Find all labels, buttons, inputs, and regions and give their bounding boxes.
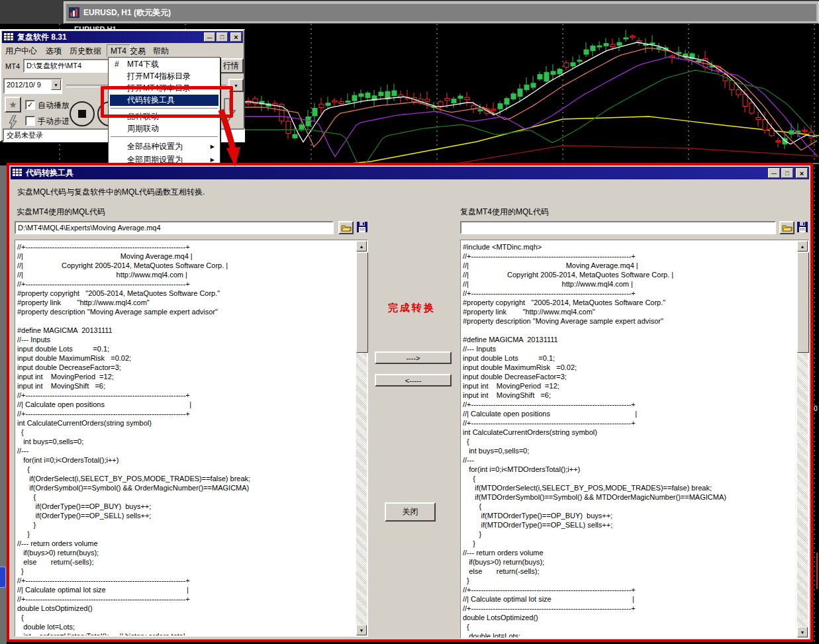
menu-user-center[interactable]: 用户中心: [5, 46, 37, 57]
replay-code-pane[interactable]: #include <MTDinc.mqh> //+---------------…: [460, 240, 809, 639]
close-dialog-button[interactable]: 关闭: [385, 502, 436, 522]
mt4-path-label: MT4: [5, 62, 20, 70]
live-code-label: 实盘MT4使用的MQL代码: [17, 207, 105, 218]
live-code-scrollbar[interactable]: ▲ ▼: [356, 241, 367, 635]
hash-icon: #: [115, 59, 119, 70]
quote-button[interactable]: 行情: [218, 58, 244, 73]
mt4-window-title: EURUSD, H1 (欧元美元): [83, 7, 171, 19]
menu-item-period-link[interactable]: 周期联动: [110, 123, 218, 134]
favorite-button[interactable]: ★: [5, 97, 21, 113]
menu-item-mt4-download[interactable]: # MT4下载: [110, 59, 218, 70]
replay-code-path-input[interactable]: [460, 221, 776, 234]
scroll-down-button[interactable]: ▼: [797, 627, 808, 637]
convert-backward-button[interactable]: <-----: [375, 374, 452, 387]
code-converter-dialog: 代码转换工具 — □ × 实盘MQL代码与复盘软件中的MQL代码函数互相转换. …: [7, 163, 813, 642]
conversion-done-text: 完成转换: [388, 302, 436, 314]
scroll-down-button[interactable]: ▼: [356, 625, 367, 635]
autoplay-label: 自动播放: [38, 100, 70, 111]
scroll-up-button[interactable]: ▲: [356, 241, 367, 252]
scrollbar-thumb[interactable]: [356, 252, 368, 353]
mt4-window-icon: [69, 7, 79, 18]
open-folder-icon: [782, 224, 793, 232]
mt4-window-titlebar-frame: EURUSD, H1 (欧元美元): [64, 1, 819, 24]
menu-item-set-all-symbols[interactable]: 全部品种设置为 ▶: [110, 141, 218, 152]
menu-trade[interactable]: 交易: [130, 46, 146, 57]
menu-item-open-indicator-dir[interactable]: 打开MT4指标目录: [110, 71, 218, 82]
dialog-minimize-button[interactable]: —: [768, 168, 780, 178]
stop-button[interactable]: [70, 101, 95, 126]
replay-titlebar[interactable]: 复盘软件 8.31 — □ ×: [2, 31, 243, 43]
replay-window-title: 复盘软件 8.31: [17, 32, 67, 43]
replay-code-text: #include <MTDinc.mqh> //+---------------…: [463, 242, 796, 637]
live-code-path-input[interactable]: [15, 221, 334, 234]
price-axis-marker: [816, 553, 818, 589]
replay-open-file-button[interactable]: [779, 221, 795, 234]
dialog-title: 代码转换工具: [26, 167, 73, 179]
date-value: 2012/10/ 9: [7, 81, 41, 89]
menu-options[interactable]: 选项: [46, 46, 62, 57]
annotation-arrow: [211, 106, 252, 169]
date-dropdown-button[interactable]: ▼: [51, 79, 61, 90]
dialog-close-button[interactable]: ×: [796, 168, 808, 178]
convert-forward-button[interactable]: ---->: [375, 351, 452, 364]
live-open-file-button[interactable]: [338, 221, 354, 234]
maximize-button[interactable]: □: [217, 32, 228, 42]
replay-app-icon: [4, 33, 14, 42]
manual-step-checkbox[interactable]: [25, 116, 35, 126]
replay-menubar: 用户中心 选项 历史数据 MT4 交易 帮助: [2, 44, 243, 56]
check-mark: ✓: [27, 101, 33, 109]
replay-code-label: 复盘MT4使用的MQL代码: [460, 207, 549, 218]
taskbar-app-icon[interactable]: [0, 567, 6, 588]
replay-code-scrollbar[interactable]: ▲ ▼: [797, 241, 808, 637]
live-code-pane[interactable]: //+-------------------------------------…: [15, 240, 368, 637]
live-save-icon[interactable]: [356, 221, 369, 234]
menu-separator: [111, 136, 218, 139]
price-axis-digit: 0: [814, 405, 818, 412]
dialog-icon: [13, 169, 23, 177]
mt4-window-titlebar[interactable]: EURUSD, H1 (欧元美元): [66, 4, 816, 21]
scroll-up-button[interactable]: ▲: [797, 241, 808, 252]
menu-history-data[interactable]: 历史数据: [70, 46, 101, 57]
manual-step-label: 手动步进: [38, 116, 70, 127]
minimize-button[interactable]: —: [204, 32, 215, 42]
open-folder-icon: [341, 224, 352, 232]
menu-mt4[interactable]: MT4: [107, 44, 130, 58]
menu-help[interactable]: 帮助: [153, 46, 169, 57]
status-text: 交易未登录: [7, 130, 43, 140]
autoplay-checkbox[interactable]: ✓: [25, 100, 35, 110]
dialog-maximize-button[interactable]: □: [781, 168, 793, 178]
close-button[interactable]: ×: [230, 32, 242, 42]
dialog-description: 实盘MQL代码与复盘软件中的MQL代码函数互相转换.: [17, 187, 205, 198]
dialog-titlebar[interactable]: 代码转换工具 — □ ×: [11, 167, 809, 179]
scrollbar-thumb[interactable]: [797, 252, 809, 353]
stop-icon: [78, 110, 86, 118]
screen: EURUSD,H1 EURUSD, H1 (欧元美元) 0 复盘软件 8.31: [0, 0, 819, 644]
date-picker[interactable]: 2012/10/ 9 ▼: [3, 78, 62, 94]
live-code-text: //+-------------------------------------…: [17, 242, 355, 635]
replay-save-icon[interactable]: [796, 221, 809, 234]
